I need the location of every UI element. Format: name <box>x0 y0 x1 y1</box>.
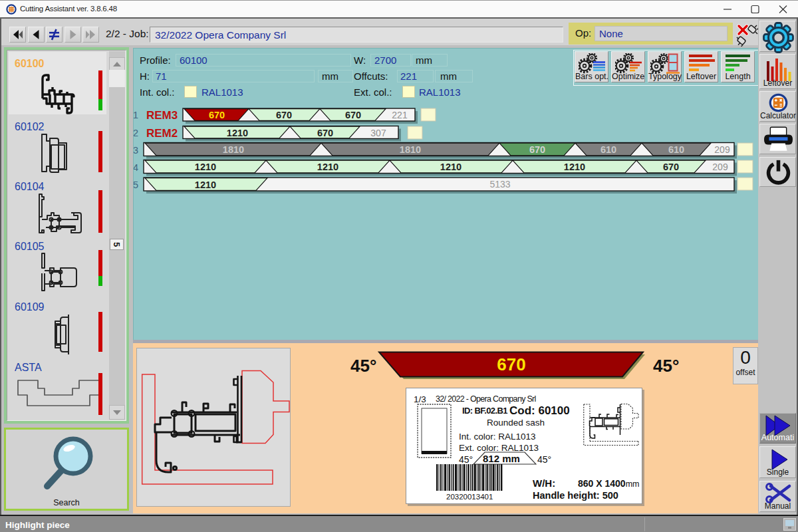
svg-text:5133: 5133 <box>489 179 510 190</box>
svg-text:1210: 1210 <box>227 128 248 138</box>
svg-text:670: 670 <box>497 354 525 374</box>
svg-text:670: 670 <box>209 110 225 120</box>
svg-text:1: 1 <box>134 109 138 120</box>
svg-text:4: 4 <box>134 162 138 173</box>
svg-text:1210: 1210 <box>317 162 338 172</box>
svg-text:209: 209 <box>714 144 730 155</box>
svg-text:670: 670 <box>317 128 333 138</box>
svg-text:610: 610 <box>600 144 616 155</box>
svg-text:307: 307 <box>370 128 386 138</box>
svg-text:REM3: REM3 <box>146 109 178 122</box>
svg-text:670: 670 <box>276 110 292 120</box>
svg-text:221: 221 <box>392 110 408 120</box>
svg-text:209: 209 <box>712 162 728 172</box>
svg-text:1210: 1210 <box>195 180 216 190</box>
svg-text:1210: 1210 <box>440 162 462 172</box>
svg-text:1210: 1210 <box>195 162 216 172</box>
svg-text:1810: 1810 <box>223 144 244 155</box>
svg-text:3: 3 <box>134 144 138 156</box>
svg-text:670: 670 <box>345 110 361 120</box>
svg-text:REM2: REM2 <box>146 127 178 140</box>
svg-text:2: 2 <box>134 127 138 138</box>
svg-text:5: 5 <box>134 179 138 190</box>
svg-text:670: 670 <box>663 162 679 172</box>
svg-text:670: 670 <box>529 144 545 155</box>
svg-text:1810: 1810 <box>400 144 421 155</box>
svg-text:610: 610 <box>668 144 684 155</box>
svg-text:1210: 1210 <box>564 162 585 172</box>
